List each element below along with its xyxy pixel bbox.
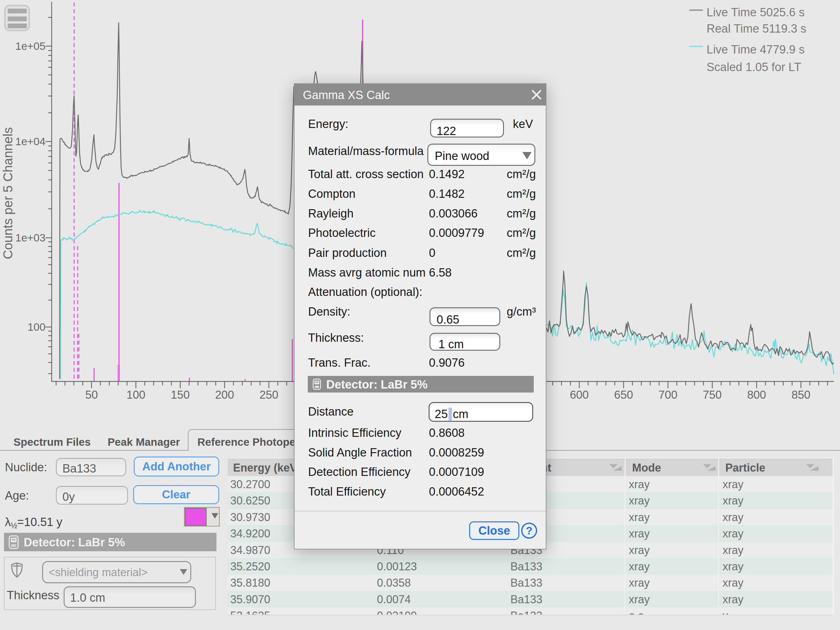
- svg-text:750: 750: [703, 388, 722, 401]
- svg-text:Counts per 5 Channels: Counts per 5 Channels: [1, 127, 15, 259]
- svg-text:150: 150: [171, 388, 190, 401]
- svg-text:1e+04: 1e+04: [15, 135, 46, 147]
- svg-text:200: 200: [215, 388, 234, 401]
- svg-text:50: 50: [85, 388, 98, 401]
- svg-text:100: 100: [28, 321, 46, 333]
- svg-text:850: 850: [791, 388, 810, 401]
- svg-text:600: 600: [570, 388, 589, 401]
- svg-text:Live Time 5025.6 s: Live Time 5025.6 s: [707, 6, 805, 19]
- svg-text:650: 650: [614, 388, 633, 401]
- svg-text:100: 100: [126, 388, 145, 401]
- svg-text:700: 700: [658, 388, 677, 401]
- svg-text:250: 250: [259, 388, 279, 401]
- svg-text:Scaled 1.05 for LT: Scaled 1.05 for LT: [707, 60, 801, 73]
- svg-text:Real Time 5119.3 s: Real Time 5119.3 s: [707, 22, 807, 35]
- svg-text:800: 800: [747, 388, 766, 401]
- svg-text:1e+05: 1e+05: [15, 40, 46, 52]
- svg-text:Live Time 4779.9 s: Live Time 4779.9 s: [707, 43, 805, 56]
- svg-text:1e+03: 1e+03: [15, 232, 46, 244]
